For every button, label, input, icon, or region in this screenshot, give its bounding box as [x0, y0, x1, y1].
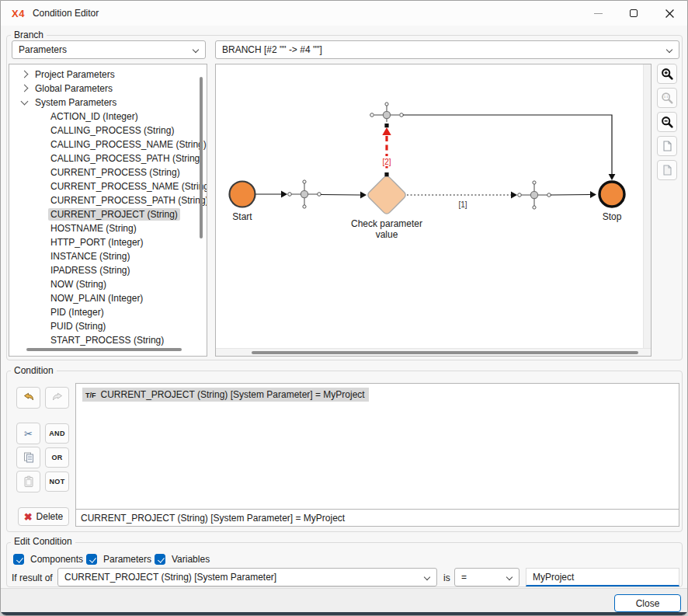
- parameters-checkbox[interactable]: Parameters: [86, 554, 151, 565]
- close-button[interactable]: Close: [614, 594, 681, 612]
- not-label: NOT: [50, 478, 65, 485]
- not-operator-button[interactable]: NOT: [45, 472, 69, 492]
- condition-row-text: CURRENT_PROJECT (String) [System Paramet…: [101, 389, 365, 400]
- tree-item[interactable]: CURRENT_PROCESS_PATH (String): [9, 193, 197, 207]
- connector-node[interactable]: [288, 180, 321, 208]
- decision-node-label-line2: value: [376, 229, 398, 240]
- zoom-out-icon: [661, 116, 674, 129]
- tree-item[interactable]: Project Parameters: [9, 68, 197, 82]
- tree-expander-icon[interactable]: [21, 84, 29, 92]
- condition-list[interactable]: T/FCURRENT_PROJECT (String) [System Para…: [75, 383, 679, 510]
- edge2-label: [2]: [382, 158, 391, 166]
- connector-node-top[interactable]: [370, 103, 404, 122]
- undo-button[interactable]: [16, 387, 40, 409]
- diagram-hscroll-thumb[interactable]: [252, 351, 638, 354]
- edge-false-branch-routed[interactable]: [403, 115, 615, 180]
- tree-item[interactable]: CURRENT_PROCESS_NAME (String): [9, 179, 197, 193]
- maximize-button[interactable]: [616, 1, 652, 26]
- tree-item[interactable]: CALLING_PROCESS_PATH (String): [9, 151, 197, 165]
- minimize-icon: [594, 13, 603, 14]
- minimize-button[interactable]: [580, 1, 616, 26]
- branch-source-combobox[interactable]: Parameters: [12, 40, 206, 59]
- chevron-down-icon: [666, 47, 672, 53]
- tree-item-label: CURRENT_PROCESS (String): [48, 166, 182, 179]
- tree-item[interactable]: NOW_PLAIN (Integer): [9, 291, 197, 305]
- tree-item-label: HOSTNAME (String): [48, 222, 139, 235]
- tree-expander-icon[interactable]: [21, 97, 29, 105]
- tree-item[interactable]: START_PROCESS (String): [9, 333, 197, 347]
- diagram-vertical-scrollbar[interactable]: [643, 64, 651, 349]
- tree-item-label: NOW (String): [48, 278, 109, 291]
- tree-item-label: CALLING_PROCESS_PATH (String): [48, 152, 205, 165]
- edge-connector-to-stop[interactable]: [551, 191, 596, 198]
- svg-text:1:1: 1:1: [663, 95, 669, 99]
- and-operator-button[interactable]: AND: [45, 423, 69, 444]
- connector-node[interactable]: [518, 181, 551, 209]
- tree-item[interactable]: HOSTNAME (String): [9, 221, 197, 235]
- variables-label: Variables: [172, 554, 210, 565]
- branch-combobox[interactable]: BRANCH [#2 "" -> #4 ""]: [215, 40, 679, 59]
- stop-node[interactable]: [599, 182, 624, 207]
- copy-button[interactable]: [16, 447, 40, 468]
- variables-checkbox[interactable]: Variables: [155, 554, 210, 565]
- checkbox-checked-icon: [86, 554, 97, 565]
- tree-vertical-scrollbar[interactable]: [200, 77, 203, 238]
- window-bottom-edge: [1, 612, 687, 615]
- checkbox-checked-icon: [13, 554, 24, 565]
- fit-page-button[interactable]: [657, 136, 677, 156]
- fit-width-button[interactable]: [657, 160, 677, 180]
- tree-item[interactable]: CALLING_PROCESS (String): [9, 124, 197, 137]
- tree-item[interactable]: CURRENT_PROCESS (String): [9, 165, 197, 179]
- tree-item-label: IPADRESS (String): [48, 264, 132, 277]
- close-icon: [665, 9, 674, 18]
- value-input[interactable]: MyProject: [526, 568, 679, 586]
- tree-item-label: Project Parameters: [33, 68, 117, 81]
- redo-button[interactable]: [45, 387, 69, 409]
- close-window-button[interactable]: [652, 1, 687, 26]
- tree-item-label: ACTION_ID (Integer): [48, 110, 141, 123]
- components-checkbox[interactable]: Components: [13, 554, 83, 565]
- edge1-label: [1]: [458, 200, 467, 209]
- tree-item[interactable]: INSTANCE (String): [9, 249, 197, 263]
- expression-combobox[interactable]: CURRENT_PROJECT (String) [System Paramet…: [57, 568, 437, 586]
- tree-item[interactable]: CALLING_PROCESS_NAME (String): [9, 137, 197, 151]
- diagram-horizontal-scrollbar[interactable]: [216, 348, 651, 356]
- delete-button[interactable]: ✖ Delete: [18, 507, 69, 526]
- edge-start-to-connector[interactable]: [255, 191, 288, 198]
- tree-item[interactable]: PUID (String): [9, 319, 197, 333]
- condition-summary-field: CURRENT_PROJECT (String) [System Paramet…: [75, 509, 679, 527]
- parameter-tree-panel: Project Parameters Global Parameters Sys…: [9, 64, 207, 357]
- zoom-in-icon: [661, 68, 674, 81]
- tree-item-label: HTTP_PORT (Integer): [48, 236, 146, 249]
- edge-connector-to-decision[interactable]: [321, 192, 367, 199]
- zoom-actual-size-button[interactable]: 1:1: [657, 88, 677, 108]
- zoom-in-button[interactable]: [657, 64, 677, 84]
- tree-horizontal-scrollbar[interactable]: [26, 348, 182, 351]
- clipboard-icon: [23, 475, 35, 488]
- tree-item[interactable]: ACTION_ID (Integer): [9, 110, 197, 124]
- operator-combobox[interactable]: =: [454, 568, 519, 586]
- zoom-out-button[interactable]: [657, 112, 677, 132]
- decision-node[interactable]: [367, 175, 407, 215]
- tree-item[interactable]: Global Parameters: [9, 82, 197, 96]
- condition-list-selected-row[interactable]: T/FCURRENT_PROJECT (String) [System Para…: [82, 388, 369, 402]
- tree-item[interactable]: PID (Integer): [9, 305, 197, 319]
- operator-value: =: [461, 572, 467, 583]
- tree-item[interactable]: HTTP_PORT (Integer): [9, 235, 197, 249]
- tree-item[interactable]: NOW (String): [9, 277, 197, 291]
- tree-item[interactable]: System Parameters: [9, 96, 197, 110]
- start-node[interactable]: [230, 182, 255, 207]
- tree-item[interactable]: CURRENT_PROJECT (String): [9, 207, 197, 221]
- tree-item-label: INSTANCE (String): [48, 250, 132, 263]
- page-icon: [661, 140, 673, 152]
- maximize-icon: [630, 9, 638, 17]
- paste-button[interactable]: [16, 471, 40, 492]
- or-operator-button[interactable]: OR: [45, 447, 69, 468]
- cut-button[interactable]: ✂: [16, 423, 40, 444]
- stop-node-label: Stop: [603, 211, 622, 222]
- tree-item[interactable]: IPADRESS (String): [9, 263, 197, 277]
- edge-true-branch[interactable]: [407, 192, 517, 199]
- process-flow-diagram: [1]: [216, 64, 643, 348]
- edge-selected-red[interactable]: [2]: [380, 124, 394, 176]
- tree-expander-icon[interactable]: [21, 70, 29, 78]
